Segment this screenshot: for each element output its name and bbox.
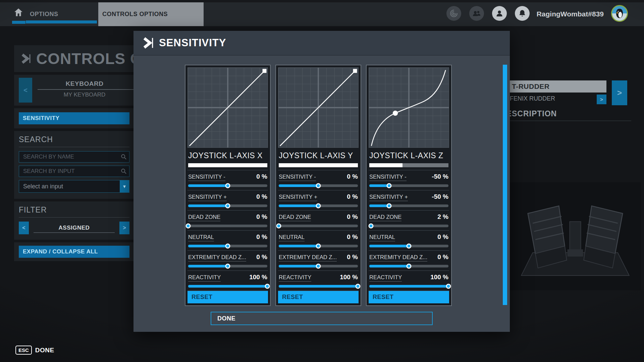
slider-track[interactable] xyxy=(279,225,358,227)
divider xyxy=(19,147,129,147)
slider-label: DEAD ZONE xyxy=(188,214,220,221)
slider-value: -50 % xyxy=(432,193,448,200)
slider-value: 0 % xyxy=(347,233,358,241)
filter-selector: < ASSIGNED > xyxy=(19,222,129,234)
reset-button[interactable]: RESET xyxy=(187,291,268,303)
reset-button[interactable]: RESET xyxy=(369,291,449,303)
slider-value: 0 % xyxy=(256,213,267,221)
right-device-next-button[interactable]: > xyxy=(612,80,627,105)
slider-knob[interactable] xyxy=(316,264,321,269)
profile-icon xyxy=(495,9,504,18)
sensitivity-nav-button[interactable]: SENSITIVITY xyxy=(19,112,129,124)
tab-options[interactable]: OPTIONS xyxy=(26,2,97,26)
select-input-dropdown[interactable]: Select an input ▼ xyxy=(19,180,129,193)
slider-knob[interactable] xyxy=(186,224,191,229)
slider-label: DEAD ZONE xyxy=(279,214,311,221)
right-subtitle-next-button[interactable]: > xyxy=(597,95,606,104)
axis-position-fill xyxy=(369,163,402,167)
slider-track[interactable] xyxy=(188,204,267,207)
search-icon xyxy=(121,168,127,174)
slider-track[interactable] xyxy=(279,285,358,288)
slider-knob[interactable] xyxy=(225,264,230,269)
username: RagingWombat#839 xyxy=(537,0,604,26)
search-by-input-input[interactable] xyxy=(19,166,129,177)
slider-knob[interactable] xyxy=(316,203,321,208)
slider-track[interactable] xyxy=(279,245,358,247)
slider-knob[interactable] xyxy=(316,244,321,249)
slider-knob[interactable] xyxy=(356,284,361,289)
app-window: OPTIONS CONTROLS OPTIONS xyxy=(0,0,644,362)
slider-knob[interactable] xyxy=(407,244,412,249)
done-button[interactable]: DONE xyxy=(211,312,433,325)
slider-fill xyxy=(369,265,409,267)
slider-row: REACTIVITY100 % xyxy=(278,271,359,291)
slider-track[interactable] xyxy=(369,265,448,267)
slider-knob[interactable] xyxy=(368,224,373,229)
slider-track[interactable] xyxy=(369,184,448,187)
axis-title: JOYSTICK L-AXIS Z xyxy=(369,151,448,160)
slider-track[interactable] xyxy=(369,225,448,227)
slider-row: NEUTRAL0 % xyxy=(187,231,268,251)
slider-track[interactable] xyxy=(188,225,267,227)
slider-row: EXTREMITY DEAD Z...0 % xyxy=(369,251,449,271)
slider-label: NEUTRAL xyxy=(279,234,305,241)
slider-label: NEUTRAL xyxy=(369,234,395,241)
search-icon xyxy=(121,154,127,160)
slider-track[interactable] xyxy=(369,204,448,207)
slider-knob[interactable] xyxy=(407,264,412,269)
axis-panels: JOYSTICK L-AXIS X SENSITIVITY -0 % SENSI… xyxy=(185,65,452,306)
slider-track[interactable] xyxy=(188,265,267,267)
slider-knob[interactable] xyxy=(276,224,281,229)
slider-knob[interactable] xyxy=(387,183,392,188)
friends-button[interactable] xyxy=(469,6,484,21)
slider-track[interactable] xyxy=(188,245,267,247)
swirl-button[interactable] xyxy=(446,6,461,21)
select-input-value: Select an input xyxy=(23,183,63,190)
slider-track[interactable] xyxy=(279,204,358,207)
slider-label: SENSITIVITY - xyxy=(279,174,316,181)
tab-controls-options[interactable]: CONTROLS OPTIONS xyxy=(98,2,204,26)
slider-track[interactable] xyxy=(279,184,358,187)
slider-track[interactable] xyxy=(188,184,267,187)
dialog-header: SENSITIVITY xyxy=(133,31,510,56)
slider-fill xyxy=(188,184,228,187)
slider-fill xyxy=(369,245,409,247)
reset-button[interactable]: RESET xyxy=(278,291,359,303)
dialog-scrollbar[interactable] xyxy=(503,65,507,305)
esc-key[interactable]: ESC xyxy=(15,346,32,355)
slider-label: EXTREMITY DEAD Z... xyxy=(188,254,246,261)
axis-position-bar xyxy=(369,163,448,167)
slider-label: SENSITIVITY - xyxy=(188,174,225,181)
slider-value: 100 % xyxy=(430,274,448,281)
slider-track[interactable] xyxy=(369,245,448,247)
slider-fill xyxy=(279,265,318,267)
filter-prev-button[interactable]: < xyxy=(19,222,29,234)
profile-button[interactable] xyxy=(492,6,507,21)
swirl-icon xyxy=(449,9,458,18)
slider-knob[interactable] xyxy=(316,183,321,188)
slider-track[interactable] xyxy=(369,285,448,288)
friends-icon xyxy=(472,9,481,18)
slider-track[interactable] xyxy=(279,265,358,267)
slider-fill xyxy=(188,265,228,267)
slider-label: SENSITIVITY - xyxy=(369,174,407,181)
prev-device-button[interactable]: < xyxy=(19,78,32,103)
notifications-button[interactable] xyxy=(515,6,530,21)
slider-knob[interactable] xyxy=(225,244,230,249)
slider-knob[interactable] xyxy=(387,203,392,208)
slider-knob[interactable] xyxy=(265,284,270,289)
slider-knob[interactable] xyxy=(446,284,451,289)
expand-collapse-button[interactable]: EXPAND / COLLAPSE ALL xyxy=(19,246,129,258)
home-button[interactable] xyxy=(13,7,25,23)
avatar[interactable] xyxy=(611,5,628,22)
slider-fill xyxy=(188,245,228,247)
slider-knob[interactable] xyxy=(225,203,230,208)
slider-track[interactable] xyxy=(188,285,267,288)
home-tab-underline xyxy=(12,21,25,24)
slider-label: SENSITIVITY + xyxy=(279,194,317,201)
slider-knob[interactable] xyxy=(225,183,230,188)
search-by-name-input[interactable] xyxy=(19,151,129,163)
slider-value: 0 % xyxy=(347,213,358,221)
divider xyxy=(500,121,631,121)
filter-next-button[interactable]: > xyxy=(119,222,129,234)
